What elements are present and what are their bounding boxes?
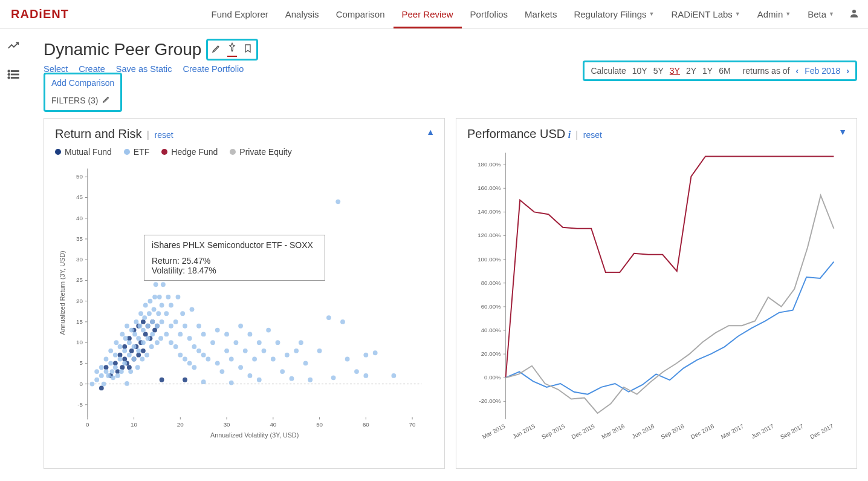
nav-peer-review[interactable]: Peer Review	[394, 1, 462, 28]
action-create-portfolio[interactable]: Create Portfolio	[183, 64, 244, 74]
scatter-chart[interactable]: -505101520253035404550010203040506070Ann…	[55, 157, 433, 447]
svg-point-198	[317, 348, 322, 353]
svg-text:35: 35	[76, 235, 83, 242]
period-1Y[interactable]: 1Y	[702, 66, 713, 76]
nav-fund-explorer[interactable]: Fund Explorer	[203, 1, 277, 28]
svg-text:60: 60	[363, 421, 369, 428]
svg-point-190	[280, 369, 285, 374]
svg-point-51	[99, 386, 104, 391]
expand-icon[interactable]: ▼	[838, 127, 847, 137]
svg-point-189	[276, 340, 280, 345]
svg-point-3	[8, 77, 10, 79]
svg-point-183	[252, 357, 257, 362]
action-save-as-static[interactable]: Save as Static	[116, 64, 172, 74]
svg-point-187	[266, 328, 271, 333]
svg-text:50: 50	[316, 421, 323, 428]
svg-point-196	[303, 361, 308, 365]
brand-logo[interactable]: RADiENT	[11, 7, 69, 21]
return-risk-reset[interactable]: reset	[154, 130, 173, 140]
svg-text:20: 20	[177, 421, 184, 428]
svg-point-173	[224, 348, 229, 353]
period-6M[interactable]: 6M	[719, 66, 730, 76]
svg-text:Mar 2017: Mar 2017	[720, 422, 745, 440]
svg-point-101	[122, 361, 127, 365]
collapse-icon[interactable]: ▲	[426, 127, 435, 137]
svg-text:180.00%: 180.00%	[478, 161, 501, 168]
nav-admin[interactable]: Admin▼	[749, 1, 799, 28]
info-icon[interactable]: i	[568, 129, 573, 140]
return-risk-panel: Return and Risk | reset ▲ Mutual FundETF…	[44, 118, 445, 469]
nav-regulatory-filings[interactable]: Regulatory Filings▼	[565, 1, 662, 28]
svg-point-148	[169, 303, 173, 308]
legend-hedge-fund[interactable]: Hedge Fund	[161, 147, 218, 157]
performance-panel: Performance USD i | reset ▼ -20.00%0.00%…	[456, 118, 857, 469]
svg-point-159	[187, 336, 192, 341]
filters-edit-icon[interactable]	[102, 95, 111, 105]
svg-point-94	[113, 353, 118, 358]
period-5Y[interactable]: 5Y	[653, 66, 664, 76]
nav-portfolios[interactable]: Portfolios	[462, 1, 517, 28]
performance-reset[interactable]: reset	[583, 130, 602, 140]
date-next-icon[interactable]: ›	[846, 66, 849, 76]
svg-point-139	[158, 336, 163, 341]
scatter-tooltip: iShares PHLX Semiconductor ETF - SOXX Re…	[144, 235, 325, 281]
svg-text:10: 10	[76, 339, 83, 345]
filters-label[interactable]: FILTERS (3)	[51, 96, 99, 105]
svg-point-80	[90, 382, 95, 387]
svg-point-155	[180, 311, 185, 316]
svg-point-206	[363, 373, 368, 378]
svg-point-129	[149, 344, 154, 349]
nav-radient-labs[interactable]: RADiENT Labs▼	[662, 1, 748, 28]
svg-point-182	[248, 373, 253, 378]
svg-text:Mar 2016: Mar 2016	[600, 422, 626, 440]
calc-date[interactable]: Feb 2018	[805, 66, 840, 76]
svg-point-151	[173, 319, 178, 324]
calc-period-bar: Calculate 10Y5Y3Y2Y1Y6M returns as of ‹ …	[583, 61, 857, 81]
nav-markets[interactable]: Markets	[516, 1, 565, 28]
date-prev-icon[interactable]: ‹	[795, 66, 798, 76]
svg-text:70: 70	[409, 421, 416, 428]
svg-point-146	[169, 340, 173, 345]
svg-text:120.00%: 120.00%	[478, 232, 501, 238]
user-icon[interactable]	[849, 8, 860, 21]
svg-point-116	[136, 336, 141, 341]
nav-comparison[interactable]: Comparison	[328, 1, 394, 28]
performance-chart[interactable]: -20.00%0.00%20.00%40.00%60.00%80.00%100.…	[467, 141, 846, 449]
bookmark-icon[interactable]	[243, 44, 253, 56]
legend-etf[interactable]: ETF	[124, 147, 149, 157]
svg-point-200	[331, 375, 336, 380]
nav-analysis[interactable]: Analysis	[277, 1, 328, 28]
edit-icon[interactable]	[212, 44, 221, 56]
svg-point-188	[271, 357, 276, 362]
svg-text:Sep 2016: Sep 2016	[660, 422, 685, 440]
svg-point-120	[141, 340, 146, 345]
svg-point-89	[108, 361, 113, 365]
add-comparison-link[interactable]: Add Comparison	[51, 78, 114, 88]
chart-icon[interactable]	[7, 39, 20, 54]
svg-point-163	[196, 348, 201, 353]
sub-controls-box: Add Comparison FILTERS (3)	[44, 73, 122, 112]
svg-text:-20.00%: -20.00%	[479, 398, 501, 404]
svg-point-56	[118, 353, 123, 358]
svg-text:100.00%: 100.00%	[478, 256, 501, 263]
svg-text:-5: -5	[77, 401, 83, 408]
legend-mutual-fund[interactable]: Mutual Fund	[55, 147, 112, 157]
svg-point-87	[104, 357, 109, 362]
svg-text:0.00%: 0.00%	[484, 374, 501, 381]
svg-point-167	[201, 332, 206, 337]
svg-point-93	[113, 365, 118, 370]
svg-point-152	[176, 295, 181, 299]
svg-rect-4	[11, 71, 19, 72]
period-2Y[interactable]: 2Y	[686, 66, 696, 76]
svg-point-193	[294, 348, 299, 353]
svg-point-176	[229, 357, 234, 362]
period-10Y[interactable]: 10Y	[632, 66, 647, 76]
legend-private-equity[interactable]: Private Equity	[230, 147, 291, 157]
title-action-icons	[206, 39, 258, 61]
svg-point-140	[160, 319, 164, 324]
nav-beta[interactable]: Beta▼	[799, 1, 843, 28]
svg-text:Jun 2016: Jun 2016	[631, 422, 656, 440]
list-icon[interactable]	[7, 68, 20, 83]
pin-icon[interactable]	[227, 42, 237, 57]
period-3Y[interactable]: 3Y	[670, 66, 680, 76]
